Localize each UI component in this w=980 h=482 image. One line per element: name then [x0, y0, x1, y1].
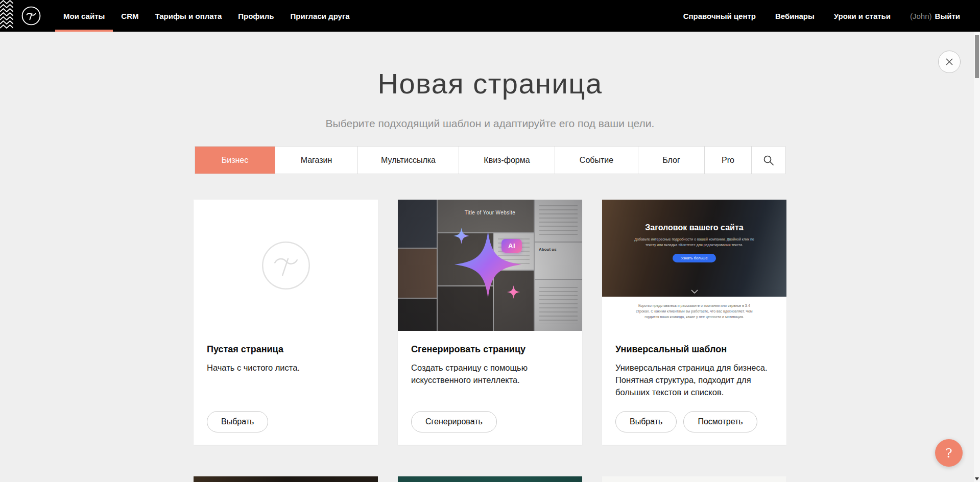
template-hero-subtext: Добавьте интересные подробности о вашей … [630, 237, 759, 248]
template-cta-button: Узнать больше [673, 254, 715, 262]
template-body-text: Коротко представьтесь и расскажите о ком… [633, 303, 756, 320]
universal-template-preview[interactable]: Заголовок вашего сайта Добавьте интересн… [602, 200, 786, 331]
card-title: Универсальный шаблон [615, 344, 773, 355]
tab-blog[interactable]: Блог [638, 147, 705, 174]
card-universal-template: Заголовок вашего сайта Добавьте интересн… [602, 200, 786, 445]
card-template-6 [602, 476, 786, 482]
card-actions: Сгенерировать [411, 411, 569, 432]
card-template-4 [194, 476, 378, 482]
close-button[interactable] [938, 51, 961, 73]
search-icon [763, 155, 774, 166]
scrollbar-thumb[interactable] [975, 35, 979, 78]
tilda-logo[interactable] [21, 6, 41, 26]
template-5-preview[interactable] [398, 476, 582, 482]
close-icon [945, 58, 953, 66]
chevron-down-icon [691, 290, 698, 294]
nav-pricing-label: Тарифы и оплата [155, 12, 222, 20]
nav-crm-label: CRM [121, 12, 138, 20]
card-body: Сгенерировать страницу Создать страницу … [398, 331, 582, 445]
ai-badge: AI [501, 239, 522, 253]
template-cards-row-2 [194, 476, 786, 482]
nav-lessons[interactable]: Уроки и статьи [834, 12, 891, 20]
nav-invite-friend-label: Пригласи друга [290, 12, 349, 20]
scrollbar-down-arrow[interactable] [975, 477, 979, 480]
nav-help-center[interactable]: Справочный центр [683, 12, 756, 20]
choose-universal-button[interactable]: Выбрать [615, 411, 677, 432]
card-body: Пустая страница Начать с чистого листа. … [194, 331, 378, 445]
tab-multilink[interactable]: Мультиссылка [358, 147, 459, 174]
tab-quiz-form[interactable]: Квиз-форма [459, 147, 555, 174]
user-box: (John)Выйти [910, 12, 960, 20]
template-4-preview[interactable] [194, 476, 378, 482]
nav-my-sites[interactable]: Мои сайты [55, 0, 113, 32]
ai-sparkle-icon [432, 209, 544, 322]
preview-universal-button[interactable]: Посмотреть [683, 411, 757, 432]
generate-button[interactable]: Сгенерировать [411, 411, 497, 432]
card-ai-generate: About us Title of Your Website [398, 200, 582, 445]
tab-event[interactable]: Событие [555, 147, 638, 174]
help-button[interactable]: ? [935, 439, 963, 467]
zigzag-decoration-icon [0, 0, 13, 32]
blank-page-preview[interactable] [194, 200, 378, 331]
scrollbar[interactable] [974, 32, 980, 482]
main-menu: Мои сайты CRM Тарифы и оплата Профиль Пр… [55, 0, 358, 32]
ai-generate-preview[interactable]: About us Title of Your Website [398, 200, 582, 331]
nav-crm[interactable]: CRM [113, 0, 147, 32]
top-navbar: Мои сайты CRM Тарифы и оплата Профиль Пр… [0, 0, 980, 32]
card-blank-page: Пустая страница Начать с чистого листа. … [194, 200, 378, 445]
template-6-preview[interactable] [602, 476, 786, 482]
tab-search[interactable] [752, 147, 785, 174]
card-description: Создать страницу с помощью искусственног… [411, 362, 569, 387]
tab-store[interactable]: Магазин [275, 147, 358, 174]
logout-link[interactable]: Выйти [935, 12, 960, 20]
template-hero: Заголовок вашего сайта Добавьте интересн… [602, 200, 786, 297]
tilda-watermark-icon [261, 240, 311, 291]
template-hero-heading: Заголовок вашего сайта [602, 200, 786, 232]
card-description: Начать с чистого листа. [207, 362, 365, 374]
page-subtitle: Выберите подходящий шаблон и адаптируйте… [0, 117, 980, 130]
nav-webinars[interactable]: Вебинары [775, 12, 815, 20]
template-category-tabs: Бизнес Магазин Мультиссылка Квиз-форма С… [195, 146, 785, 174]
new-page-dialog: Новая страница Выберите подходящий шабло… [0, 69, 980, 482]
nav-my-sites-label: Мои сайты [63, 12, 105, 20]
choose-blank-button[interactable]: Выбрать [207, 411, 268, 432]
nav-invite-friend[interactable]: Пригласи друга [282, 0, 357, 32]
card-title: Пустая страница [207, 344, 365, 355]
user-name: (John) [910, 12, 932, 20]
card-body: Универсальный шаблон Универсальная стран… [602, 331, 786, 445]
template-text-block: Коротко представьтесь и расскажите о ком… [602, 297, 786, 331]
card-actions: Выбрать Посмотреть [615, 411, 773, 432]
card-description: Универсальная страница для бизнеса. Поня… [615, 362, 773, 399]
nav-pricing[interactable]: Тарифы и оплата [147, 0, 230, 32]
page-title: Новая страница [0, 69, 980, 98]
tab-pro[interactable]: Pro [705, 147, 752, 174]
nav-profile-label: Профиль [238, 12, 274, 20]
secondary-menu: Справочный центр Вебинары Уроки и статьи… [683, 12, 960, 20]
card-template-5 [398, 476, 582, 482]
card-actions: Выбрать [207, 411, 365, 432]
nav-profile[interactable]: Профиль [230, 0, 282, 32]
card-title: Сгенерировать страницу [411, 344, 569, 355]
template-cards-row-1: Пустая страница Начать с чистого листа. … [194, 200, 786, 445]
tab-business[interactable]: Бизнес [195, 147, 275, 174]
